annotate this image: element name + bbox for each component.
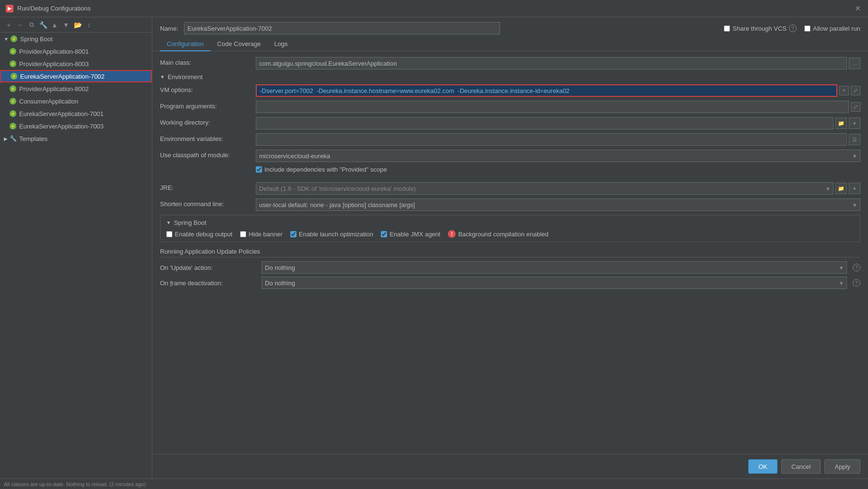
policy-section: Running Application Update Policies On '… [160, 248, 860, 289]
enable-jmx-text: Enable JMX agent [389, 231, 440, 238]
hide-banner-text: Hide banner [249, 231, 283, 238]
hide-banner-label[interactable]: Hide banner [240, 231, 283, 238]
spring-icon: ⚡ [11, 73, 17, 80]
allow-parallel-checkbox[interactable] [804, 25, 811, 32]
frame-deactivation-help-icon[interactable]: ? [853, 279, 860, 287]
sidebar-item-eureka7002[interactable]: ⚡ EurekaServerApplication-7002 [0, 70, 152, 82]
tab-code-coverage[interactable]: Code Coverage [210, 37, 267, 51]
program-args-input[interactable] [256, 101, 849, 113]
env-vars-row: Environment variables: ☰ [160, 133, 860, 146]
share-vcs-checkbox[interactable] [724, 25, 730, 32]
sidebar-item-eureka7003[interactable]: ⚡ EurekaServerApplication-7003 [0, 120, 152, 132]
vm-options-expand-button[interactable]: + [839, 86, 849, 95]
env-vars-input[interactable] [256, 133, 847, 146]
spring-boot-icon: ⚡ [11, 35, 17, 42]
enable-jmx-checkbox[interactable] [381, 231, 387, 237]
cancel-button[interactable]: Cancel [781, 459, 821, 474]
spring-icon: ⚡ [10, 85, 16, 92]
frame-deactivation-row: On frame deactivation: Do nothing Update… [160, 277, 860, 289]
share-vcs-label[interactable]: Share through VCS ? [724, 24, 797, 32]
env-vars-browse-button[interactable]: ☰ [849, 134, 860, 145]
folder-icon: 🔧 [10, 135, 16, 142]
app-icon: ▶ [6, 5, 13, 12]
sort-button[interactable]: ↕ [84, 20, 94, 30]
sidebar: + − ⧉ 🔧 ▲ ▼ 📂 ↕ ▼ ⚡ Spring Boot ⚡ Provid… [0, 17, 152, 478]
main-class-browse-button[interactable]: ... [849, 58, 860, 69]
apply-button[interactable]: Apply [824, 459, 860, 474]
include-deps-checkbox-label[interactable]: Include dependencies with "Provided" sco… [256, 166, 387, 173]
tab-configuration[interactable]: Configuration [160, 37, 210, 51]
classpath-row: Use classpath of module: microserviceclo… [160, 150, 860, 162]
tabs-bar: Configuration Code Coverage Logs [152, 37, 868, 51]
enable-launch-text: Enable launch optimization [299, 231, 373, 238]
allow-parallel-label[interactable]: Allow parallel run [804, 25, 860, 32]
update-action-label: On 'Update' action: [160, 264, 256, 271]
working-dir-dropdown-button[interactable]: ▾ [849, 117, 860, 129]
jre-browse-button[interactable]: 📁 [835, 183, 847, 194]
jre-label: JRE: [160, 182, 256, 191]
working-dir-input[interactable] [256, 117, 834, 129]
update-action-help-icon[interactable]: ? [853, 264, 860, 271]
include-deps-row: Include dependencies with "Provided" sco… [160, 166, 860, 178]
item-label: EurekaServerApplication-7003 [19, 123, 103, 130]
shorten-label: Shorten command line: [160, 198, 256, 208]
sidebar-item-provider8002[interactable]: ⚡ ProviderApplication-8002 [0, 82, 152, 95]
sidebar-item-eureka7001[interactable]: ⚡ EurekaServerApplication-7001 [0, 107, 152, 120]
include-deps-label: Include dependencies with "Provided" sco… [264, 166, 387, 173]
sidebar-item-consumer[interactable]: ⚡ ConsumerApplication [0, 95, 152, 107]
env-chevron[interactable]: ▼ [160, 74, 165, 80]
enable-jmx-label[interactable]: Enable JMX agent [381, 231, 440, 238]
item-label: ConsumerApplication [19, 98, 79, 105]
update-action-dropdown[interactable]: Do nothing Update resources Update class… [262, 261, 847, 274]
bg-compilation-text: Background compilation enabled [458, 231, 548, 238]
classpath-label: Use classpath of module: [160, 150, 256, 159]
sidebar-item-provider8001[interactable]: ⚡ ProviderApplication-8001 [0, 45, 152, 58]
program-args-label: Program arguments: [160, 101, 256, 110]
env-vars-label: Environment variables: [160, 133, 256, 142]
run-debug-dialog: ▶ Run/Debug Configurations ✕ + − ⧉ 🔧 ▲ ▼… [0, 0, 868, 489]
folder-button[interactable]: 📂 [73, 20, 82, 30]
templates-label: Templates [19, 135, 47, 142]
dialog-title: Run/Debug Configurations [17, 5, 853, 12]
enable-debug-checkbox[interactable] [166, 231, 172, 237]
close-button[interactable]: ✕ [853, 4, 862, 13]
spring-section-chevron[interactable]: ▼ [166, 220, 171, 225]
program-args-expand-button[interactable]: ⤢ [851, 102, 860, 112]
templates-group[interactable]: ▶ 🔧 Templates [0, 132, 152, 145]
vm-options-input[interactable] [256, 84, 837, 97]
spring-boot-label: Spring Boot [20, 35, 53, 43]
remove-button[interactable]: − [15, 20, 25, 30]
shorten-dropdown[interactable]: user-local default: none - java [options… [256, 198, 860, 211]
spacer [160, 166, 256, 168]
tab-logs[interactable]: Logs [267, 37, 294, 51]
jre-dropdown[interactable]: Default (1.8 - SDK of 'microservicecloud… [256, 182, 834, 195]
add-button[interactable]: + [4, 20, 13, 30]
copy-button[interactable]: ⧉ [27, 20, 36, 30]
enable-launch-checkbox[interactable] [290, 231, 297, 237]
spring-boot-group[interactable]: ▼ ⚡ Spring Boot [0, 33, 152, 45]
help-icon[interactable]: ? [789, 24, 797, 32]
jre-dropdown-button[interactable]: ▾ [849, 183, 860, 194]
move-up-button[interactable]: ▲ [50, 20, 59, 30]
frame-deactivation-dropdown[interactable]: Do nothing Update resources Update class… [262, 277, 847, 289]
settings-button[interactable]: 🔧 [38, 20, 48, 30]
main-content: + − ⧉ 🔧 ▲ ▼ 📂 ↕ ▼ ⚡ Spring Boot ⚡ Provid… [0, 17, 868, 478]
vm-options-row: VM options: + ⤢ [160, 84, 860, 97]
working-dir-browse-button[interactable]: 📁 [835, 117, 847, 129]
environment-label: Environment [168, 73, 203, 81]
shorten-row: Shorten command line: user-local default… [160, 198, 860, 211]
enable-debug-label[interactable]: Enable debug output [166, 231, 232, 238]
sidebar-item-provider8003[interactable]: ⚡ ProviderApplication-8003 [0, 58, 152, 70]
enable-launch-label[interactable]: Enable launch optimization [290, 231, 373, 238]
main-class-input[interactable] [256, 57, 847, 70]
main-panel: Name: Share through VCS ? Allow parallel… [152, 17, 868, 478]
main-class-row: Main class: ... [160, 57, 860, 70]
move-down-button[interactable]: ▼ [61, 20, 71, 30]
include-deps-checkbox[interactable] [256, 166, 262, 173]
name-input[interactable] [184, 22, 500, 35]
hide-banner-checkbox[interactable] [240, 231, 246, 237]
ok-button[interactable]: OK [748, 459, 777, 474]
vm-options-fullscreen-button[interactable]: ⤢ [851, 86, 860, 95]
environment-section-header: ▼ Environment [160, 73, 860, 81]
classpath-dropdown[interactable]: microservicecloud-eureka [256, 150, 860, 162]
